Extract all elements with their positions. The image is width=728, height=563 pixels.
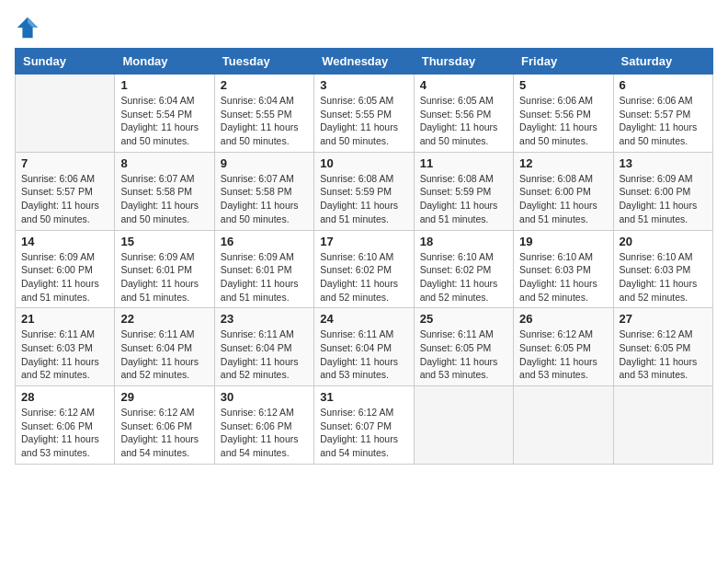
day-number: 23 [221, 312, 308, 326]
calendar-cell: 14Sunrise: 6:09 AM Sunset: 6:00 PM Dayli… [16, 230, 115, 308]
day-info: Sunrise: 6:11 AM Sunset: 6:04 PM Dayligh… [221, 327, 308, 382]
calendar-cell: 29Sunrise: 6:12 AM Sunset: 6:06 PM Dayli… [115, 386, 214, 465]
calendar-cell: 8Sunrise: 6:07 AM Sunset: 5:58 PM Daylig… [115, 152, 214, 230]
day-number: 8 [120, 156, 208, 170]
day-number: 27 [620, 312, 707, 326]
day-number: 11 [420, 156, 507, 170]
day-number: 12 [519, 156, 607, 170]
day-info: Sunrise: 6:05 AM Sunset: 5:56 PM Dayligh… [420, 94, 507, 148]
page-header [15, 15, 713, 40]
calendar-cell: 21Sunrise: 6:11 AM Sunset: 6:03 PM Dayli… [16, 308, 115, 386]
calendar-cell: 19Sunrise: 6:10 AM Sunset: 6:03 PM Dayli… [514, 230, 613, 308]
calendar-cell [16, 75, 115, 153]
weekday-header: Monday [115, 49, 214, 75]
weekday-header: Saturday [613, 49, 712, 75]
day-number: 6 [620, 78, 707, 92]
day-info: Sunrise: 6:11 AM Sunset: 6:04 PM Dayligh… [320, 327, 407, 382]
logo [15, 15, 44, 40]
day-info: Sunrise: 6:10 AM Sunset: 6:02 PM Dayligh… [420, 250, 507, 304]
day-number: 21 [21, 312, 108, 326]
calendar-cell: 10Sunrise: 6:08 AM Sunset: 5:59 PM Dayli… [314, 152, 414, 230]
calendar-cell: 30Sunrise: 6:12 AM Sunset: 6:06 PM Dayli… [214, 386, 313, 465]
day-info: Sunrise: 6:04 AM Sunset: 5:55 PM Dayligh… [221, 94, 308, 148]
logo-icon [15, 15, 40, 40]
calendar-week-row: 28Sunrise: 6:12 AM Sunset: 6:06 PM Dayli… [16, 386, 713, 465]
day-number: 17 [320, 235, 407, 248]
day-info: Sunrise: 6:07 AM Sunset: 5:58 PM Dayligh… [221, 172, 308, 226]
day-info: Sunrise: 6:08 AM Sunset: 6:00 PM Dayligh… [519, 172, 607, 226]
weekday-header: Friday [514, 49, 613, 75]
day-number: 5 [519, 78, 607, 92]
day-number: 19 [519, 235, 607, 248]
calendar-cell: 31Sunrise: 6:12 AM Sunset: 6:07 PM Dayli… [314, 386, 414, 465]
day-number: 1 [120, 78, 208, 92]
calendar-cell: 16Sunrise: 6:09 AM Sunset: 6:01 PM Dayli… [214, 230, 313, 308]
calendar-cell: 15Sunrise: 6:09 AM Sunset: 6:01 PM Dayli… [115, 230, 214, 308]
day-number: 9 [221, 156, 308, 170]
day-number: 30 [221, 390, 308, 404]
calendar-week-row: 21Sunrise: 6:11 AM Sunset: 6:03 PM Dayli… [16, 308, 713, 386]
calendar-cell: 3Sunrise: 6:05 AM Sunset: 5:55 PM Daylig… [314, 75, 414, 153]
day-info: Sunrise: 6:09 AM Sunset: 6:01 PM Dayligh… [221, 250, 308, 304]
day-info: Sunrise: 6:08 AM Sunset: 5:59 PM Dayligh… [420, 172, 507, 226]
day-info: Sunrise: 6:06 AM Sunset: 5:57 PM Dayligh… [21, 172, 108, 226]
calendar-cell: 22Sunrise: 6:11 AM Sunset: 6:04 PM Dayli… [115, 308, 214, 386]
calendar-cell: 18Sunrise: 6:10 AM Sunset: 6:02 PM Dayli… [414, 230, 513, 308]
day-number: 7 [21, 156, 108, 170]
day-info: Sunrise: 6:12 AM Sunset: 6:06 PM Dayligh… [21, 406, 108, 460]
calendar-cell: 11Sunrise: 6:08 AM Sunset: 5:59 PM Dayli… [414, 152, 513, 230]
calendar-cell: 12Sunrise: 6:08 AM Sunset: 6:00 PM Dayli… [514, 152, 613, 230]
calendar-cell: 24Sunrise: 6:11 AM Sunset: 6:04 PM Dayli… [314, 308, 414, 386]
day-info: Sunrise: 6:10 AM Sunset: 6:03 PM Dayligh… [620, 250, 707, 304]
day-number: 14 [21, 235, 108, 248]
calendar-cell: 7Sunrise: 6:06 AM Sunset: 5:57 PM Daylig… [16, 152, 115, 230]
calendar-cell: 13Sunrise: 6:09 AM Sunset: 6:00 PM Dayli… [613, 152, 712, 230]
weekday-header: Wednesday [314, 49, 414, 75]
calendar-week-row: 7Sunrise: 6:06 AM Sunset: 5:57 PM Daylig… [16, 152, 713, 230]
day-info: Sunrise: 6:06 AM Sunset: 5:56 PM Dayligh… [519, 94, 607, 148]
day-number: 28 [21, 390, 108, 404]
day-info: Sunrise: 6:05 AM Sunset: 5:55 PM Dayligh… [320, 94, 407, 148]
calendar-cell: 4Sunrise: 6:05 AM Sunset: 5:56 PM Daylig… [414, 75, 513, 153]
day-info: Sunrise: 6:12 AM Sunset: 6:06 PM Dayligh… [120, 406, 208, 460]
day-info: Sunrise: 6:09 AM Sunset: 6:00 PM Dayligh… [620, 172, 707, 226]
day-info: Sunrise: 6:12 AM Sunset: 6:05 PM Dayligh… [519, 327, 607, 382]
day-number: 16 [221, 235, 308, 248]
calendar-week-row: 14Sunrise: 6:09 AM Sunset: 6:00 PM Dayli… [16, 230, 713, 308]
day-info: Sunrise: 6:11 AM Sunset: 6:04 PM Dayligh… [120, 327, 208, 382]
calendar-cell: 1Sunrise: 6:04 AM Sunset: 5:54 PM Daylig… [115, 75, 214, 153]
day-number: 25 [420, 312, 507, 326]
calendar-cell: 27Sunrise: 6:12 AM Sunset: 6:05 PM Dayli… [613, 308, 712, 386]
calendar-week-row: 1Sunrise: 6:04 AM Sunset: 5:54 PM Daylig… [16, 75, 713, 153]
day-info: Sunrise: 6:09 AM Sunset: 6:00 PM Dayligh… [21, 250, 108, 304]
calendar-table: SundayMondayTuesdayWednesdayThursdayFrid… [15, 48, 713, 465]
day-info: Sunrise: 6:10 AM Sunset: 6:03 PM Dayligh… [519, 250, 607, 304]
calendar-cell: 9Sunrise: 6:07 AM Sunset: 5:58 PM Daylig… [214, 152, 313, 230]
day-number: 18 [420, 235, 507, 248]
calendar-cell: 23Sunrise: 6:11 AM Sunset: 6:04 PM Dayli… [214, 308, 313, 386]
calendar-cell: 2Sunrise: 6:04 AM Sunset: 5:55 PM Daylig… [214, 75, 313, 153]
calendar-cell: 28Sunrise: 6:12 AM Sunset: 6:06 PM Dayli… [16, 386, 115, 465]
calendar-cell: 6Sunrise: 6:06 AM Sunset: 5:57 PM Daylig… [613, 75, 712, 153]
day-info: Sunrise: 6:12 AM Sunset: 6:06 PM Dayligh… [221, 406, 308, 460]
day-info: Sunrise: 6:08 AM Sunset: 5:59 PM Dayligh… [320, 172, 407, 226]
day-info: Sunrise: 6:12 AM Sunset: 6:05 PM Dayligh… [620, 327, 707, 382]
calendar-cell: 20Sunrise: 6:10 AM Sunset: 6:03 PM Dayli… [613, 230, 712, 308]
day-info: Sunrise: 6:11 AM Sunset: 6:03 PM Dayligh… [21, 327, 108, 382]
weekday-header-row: SundayMondayTuesdayWednesdayThursdayFrid… [16, 49, 713, 75]
day-info: Sunrise: 6:07 AM Sunset: 5:58 PM Dayligh… [120, 172, 208, 226]
weekday-header: Tuesday [214, 49, 313, 75]
day-info: Sunrise: 6:12 AM Sunset: 6:07 PM Dayligh… [320, 406, 407, 460]
day-number: 2 [221, 78, 308, 92]
day-number: 22 [120, 312, 208, 326]
day-info: Sunrise: 6:06 AM Sunset: 5:57 PM Dayligh… [620, 94, 707, 148]
day-number: 24 [320, 312, 407, 326]
day-number: 13 [620, 156, 707, 170]
calendar-cell [414, 386, 513, 465]
day-number: 4 [420, 78, 507, 92]
weekday-header: Sunday [16, 49, 115, 75]
day-number: 26 [519, 312, 607, 326]
day-number: 20 [620, 235, 707, 248]
calendar-cell [613, 386, 712, 465]
day-number: 29 [120, 390, 208, 404]
